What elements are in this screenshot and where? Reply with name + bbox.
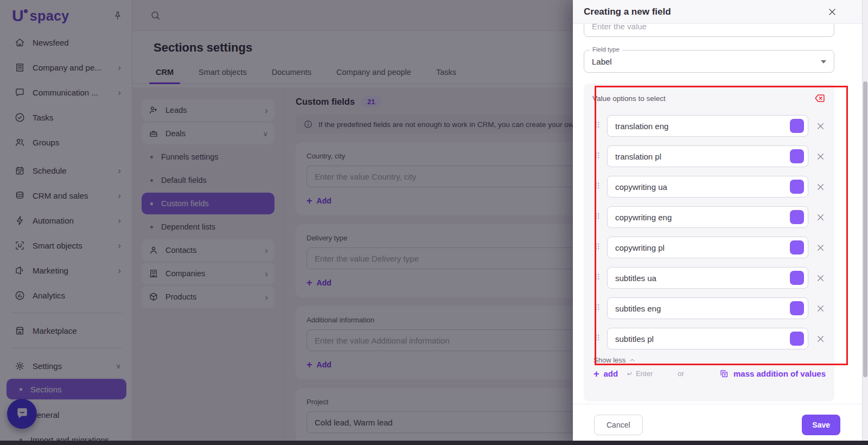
- option-value-field: [607, 267, 808, 289]
- field-type-value: Label: [592, 57, 612, 66]
- add-option-row: add Enter or mass addition of values: [592, 368, 826, 379]
- drag-handle-icon[interactable]: [592, 302, 602, 314]
- option-row: [592, 145, 826, 167]
- clear-all-values-icon[interactable]: [814, 92, 826, 104]
- option-value-input[interactable]: [607, 145, 808, 167]
- drawer-scrollbar: [862, 0, 868, 445]
- option-row: [592, 176, 826, 198]
- color-swatch[interactable]: [790, 301, 804, 315]
- mass-addition-label: mass addition of values: [733, 369, 826, 378]
- save-button[interactable]: Save: [802, 415, 840, 435]
- option-value-input[interactable]: [607, 267, 808, 289]
- show-less-label: Show less: [593, 356, 626, 364]
- option-row: [592, 206, 826, 228]
- drawer-body: Field type Label Value options to select: [584, 0, 834, 404]
- color-swatch[interactable]: [790, 180, 804, 194]
- plus-icon: [593, 369, 599, 379]
- drag-handle-icon[interactable]: [592, 150, 602, 162]
- remove-option-button[interactable]: [815, 212, 826, 223]
- remove-option-button[interactable]: [815, 151, 826, 162]
- remove-option-button[interactable]: [815, 121, 826, 131]
- close-icon[interactable]: [827, 7, 838, 17]
- enter-key-hint: Enter: [626, 370, 653, 378]
- option-value-field: [607, 176, 808, 198]
- field-type-select[interactable]: Field type Label: [584, 50, 834, 73]
- return-icon: [626, 370, 633, 378]
- option-value-field: [607, 297, 808, 319]
- mass-addition-icon: [719, 368, 729, 379]
- modal-backdrop[interactable]: [0, 0, 573, 445]
- option-value-input[interactable]: [607, 297, 808, 319]
- option-row: [592, 267, 826, 289]
- option-value-input[interactable]: [607, 237, 808, 258]
- option-value-field: [607, 145, 808, 167]
- option-value-field: [607, 115, 808, 137]
- cancel-button[interactable]: Cancel: [594, 415, 643, 435]
- chevron-up-icon: [629, 357, 636, 364]
- option-row: [592, 297, 826, 319]
- show-less-toggle[interactable]: Show less: [592, 356, 826, 364]
- option-value-input[interactable]: [607, 115, 808, 137]
- app-window: U spacy Newsfeed Company and pe... › Com…: [0, 0, 868, 445]
- scrollbar-thumb[interactable]: [863, 81, 867, 377]
- or-label: or: [678, 370, 684, 378]
- remove-option-button[interactable]: [815, 182, 826, 192]
- color-swatch[interactable]: [790, 271, 804, 285]
- drag-handle-icon[interactable]: [592, 333, 602, 345]
- color-swatch[interactable]: [790, 240, 804, 255]
- remove-option-button[interactable]: [815, 273, 826, 283]
- option-value-input[interactable]: [607, 328, 808, 349]
- option-value-input[interactable]: [607, 206, 808, 228]
- remove-option-button[interactable]: [815, 303, 826, 314]
- drawer-footer: Cancel Save: [573, 404, 868, 445]
- creating-new-field-drawer: Field type Label Value options to select: [573, 0, 868, 445]
- value-options-section: Value options to select: [584, 84, 834, 402]
- option-row: [592, 237, 826, 258]
- option-value-field: [607, 206, 808, 228]
- option-row: [592, 328, 826, 349]
- remove-option-button[interactable]: [815, 334, 826, 344]
- option-value-input[interactable]: [607, 176, 808, 198]
- drag-handle-icon[interactable]: [592, 120, 602, 132]
- value-options-title: Value options to select: [592, 94, 666, 103]
- drag-handle-icon[interactable]: [592, 241, 602, 253]
- option-value-field: [607, 237, 808, 258]
- add-option-label: add: [604, 369, 618, 378]
- drag-handle-icon[interactable]: [592, 211, 602, 223]
- select-caret-icon: [821, 60, 826, 63]
- option-row: [592, 115, 826, 137]
- option-value-field: [607, 328, 808, 349]
- color-swatch[interactable]: [790, 332, 804, 346]
- drag-handle-icon[interactable]: [592, 272, 602, 284]
- bottom-edge-strip: [0, 441, 868, 445]
- remove-option-button[interactable]: [815, 243, 826, 253]
- drawer-header: Creating a new field: [573, 0, 868, 24]
- color-swatch[interactable]: [790, 119, 804, 133]
- color-swatch[interactable]: [790, 149, 804, 163]
- color-swatch[interactable]: [790, 210, 804, 224]
- enter-hint-label: Enter: [636, 370, 653, 378]
- field-type-label: Field type: [590, 46, 622, 53]
- add-option-button[interactable]: add: [593, 369, 618, 379]
- mass-addition-button[interactable]: mass addition of values: [719, 368, 826, 379]
- drawer-title: Creating a new field: [584, 7, 671, 17]
- drag-handle-icon[interactable]: [592, 181, 602, 193]
